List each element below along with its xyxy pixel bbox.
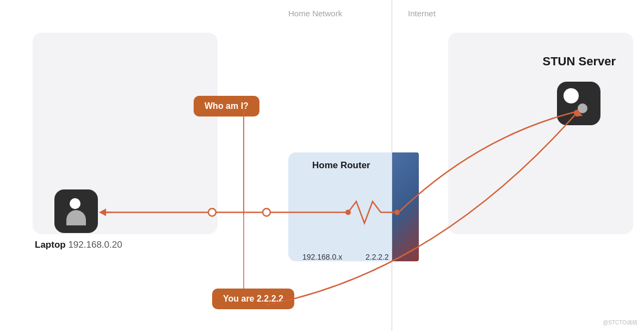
stun-lens-small	[578, 103, 587, 113]
router-ip-private: 192.168.0.x	[302, 253, 342, 261]
router-ip-public: 2.2.2.2	[366, 253, 389, 261]
router-blue-panel	[392, 152, 419, 261]
laptop-ip: 192.168.0.20	[68, 240, 122, 250]
internet-label: Internet	[408, 9, 436, 18]
question-bubble: Who am I?	[194, 96, 259, 117]
watermark: @STCTO偶萌	[603, 319, 637, 327]
zone-divider	[392, 0, 392, 331]
laptop-name: Laptop	[35, 240, 66, 250]
laptop-label: Laptop 192.168.0.20	[35, 240, 122, 250]
stun-lens-big	[564, 88, 579, 103]
stun-server-icon	[557, 82, 600, 125]
person-silhouette	[62, 197, 90, 225]
stun-server-label: STUN Server	[542, 54, 616, 69]
laptop-icon	[54, 189, 98, 233]
router-label: Home Router	[312, 160, 370, 171]
answer-bubble: You are 2.2.2.2	[212, 289, 294, 309]
home-network-label: Home Network	[288, 9, 342, 18]
svg-point-2	[263, 209, 270, 216]
person-body	[66, 210, 86, 225]
person-head	[70, 198, 81, 209]
